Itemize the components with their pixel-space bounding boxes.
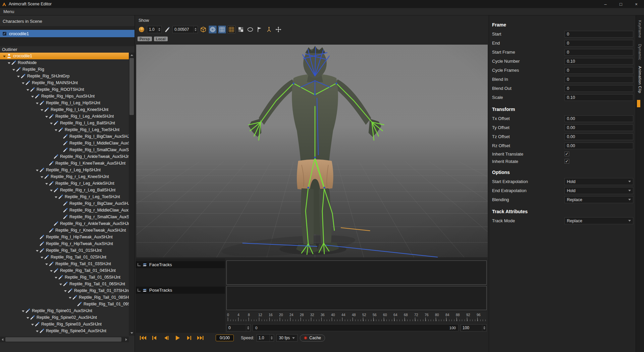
tree-row[interactable]: Reptile_Rig_Tail_01_03SHJnt: [0, 260, 129, 267]
property-input[interactable]: 0: [565, 31, 633, 38]
tree-row[interactable]: Reptile_Rig_r_Leg_AnkleSHJnt: [0, 180, 129, 187]
brush-icon[interactable]: [163, 25, 171, 34]
jump-to-end-button[interactable]: [196, 335, 205, 342]
flag-icon[interactable]: [256, 25, 264, 34]
tree-row[interactable]: Reptile_Rig_Spine02_AuxSHJnt: [0, 314, 129, 321]
range-start-spinner[interactable]: 0: [226, 324, 251, 332]
expand-arrow-icon[interactable]: [40, 109, 44, 111]
close-button[interactable]: ×: [629, 0, 644, 8]
tree-row[interactable]: Reptile_Rig_Tail_01_08SHJnt: [0, 294, 129, 301]
tree-row[interactable]: Reptile_Rig_r_Leg_BallSHJnt: [0, 187, 129, 193]
expand-arrow-icon[interactable]: [63, 290, 67, 292]
track-expander-icon[interactable]: [137, 263, 141, 267]
tree-row[interactable]: Reptile_Rig_l_BigClaw_AuxSHJnt: [0, 133, 129, 140]
tree-row[interactable]: Reptile_Rig_l_MiddleClaw_AuxSHJnt: [0, 140, 129, 146]
minimize-button[interactable]: –: [598, 0, 613, 8]
property-input[interactable]: 0.00: [565, 124, 633, 131]
tree-row[interactable]: crocodile1: [0, 53, 129, 59]
tree-row[interactable]: Reptile_Rig_ROOTSHJnt: [0, 86, 129, 93]
side-tab[interactable]: Keyframe: [638, 20, 642, 38]
expand-arrow-icon[interactable]: [7, 62, 11, 64]
expand-arrow-icon[interactable]: [49, 189, 53, 191]
size-spinner[interactable]: 0.00507: [172, 26, 198, 33]
expand-arrow-icon[interactable]: [44, 182, 49, 185]
shaded-sphere-icon[interactable]: [138, 25, 146, 34]
character-checkbox[interactable]: ✓: [2, 32, 7, 36]
property-input[interactable]: 0.00: [565, 115, 633, 122]
tree-row[interactable]: Reptile_Rig_Tail_01_09SHJnt: [0, 301, 129, 307]
tree-row[interactable]: Reptile_Rig_r_AnkleTweak_AuxSHJnt: [0, 220, 129, 227]
tree-row[interactable]: Reptile_Rig_l_Leg_KneeSHJnt: [0, 106, 129, 113]
speed-spinner[interactable]: 1.0: [257, 334, 274, 342]
expand-arrow-icon[interactable]: [11, 68, 16, 71]
tree-row[interactable]: Reptile_Rig_l_Leg_BallSHJnt: [0, 120, 129, 126]
tree-row[interactable]: Reptile_Rig_Spine05_AuxSHJnt: [0, 334, 129, 336]
tree-row[interactable]: RootNode: [0, 59, 129, 66]
expand-arrow-icon[interactable]: [35, 249, 39, 252]
tree-row[interactable]: Reptile_Rig_r_MiddleClaw_AuxSHJnt: [0, 207, 129, 214]
property-input[interactable]: 0: [565, 40, 633, 47]
track-expander-icon[interactable]: [137, 289, 141, 292]
property-dropdown[interactable]: Hold: [565, 178, 633, 185]
expand-arrow-icon[interactable]: [58, 283, 63, 285]
expand-arrow-icon[interactable]: [49, 122, 53, 124]
property-input[interactable]: 0: [565, 85, 633, 92]
spin-down-icon[interactable]: [195, 30, 197, 31]
side-tab[interactable]: Dynamic: [638, 44, 642, 60]
tree-row[interactable]: Reptile_Rig_r_Leg_ToeSHJnt: [0, 193, 129, 200]
property-input[interactable]: 0.10: [565, 58, 633, 65]
opacity-spinner[interactable]: 1.0: [147, 26, 162, 33]
property-input[interactable]: 0.10: [565, 94, 633, 101]
expand-arrow-icon[interactable]: [54, 196, 58, 198]
pose-tracks-lane[interactable]: [226, 286, 487, 310]
expand-arrow-icon[interactable]: [35, 169, 39, 171]
expand-arrow-icon[interactable]: [40, 256, 44, 258]
texture-checker-icon[interactable]: [237, 25, 245, 34]
property-dropdown[interactable]: Replace: [565, 196, 633, 203]
expand-arrow-icon[interactable]: [35, 330, 39, 332]
circle-icon[interactable]: [246, 25, 254, 34]
expand-arrow-icon[interactable]: [25, 316, 30, 319]
tree-row[interactable]: Reptile_Rig_r_Leg_HipSHJnt: [0, 167, 129, 173]
tree-row[interactable]: Reptile_Rig_Tail_01_07SHJnt: [0, 287, 129, 294]
tree-row[interactable]: Reptile_Rig_l_SmallClaw_AuxSHJnt: [0, 146, 129, 153]
expand-arrow-icon[interactable]: [21, 82, 25, 84]
expand-arrow-icon[interactable]: [16, 75, 20, 77]
timeline-ruler[interactable]: 0481216202428323640444852566064687276808…: [226, 312, 487, 321]
move-tool-icon[interactable]: [274, 25, 282, 34]
play-button[interactable]: [173, 335, 182, 342]
tree-row[interactable]: Reptile_Rig_r_SmallClaw_AuxSHJnt: [0, 214, 129, 220]
tree-row[interactable]: Reptile_Rig_SHJntGrp: [0, 73, 129, 79]
expand-arrow-icon[interactable]: [44, 263, 49, 265]
menu-button[interactable]: Menu: [0, 8, 18, 15]
viewport-3d-canvas[interactable]: [136, 44, 488, 258]
tree-row[interactable]: Reptile_Rig_l_KneeTweak_AuxSHJnt: [0, 160, 129, 167]
tree-row[interactable]: Reptile_Rig_r_BigClaw_AuxSHJnt: [0, 200, 129, 207]
tree-row[interactable]: Reptile_Rig_l_HipTweak_AuxSHJnt: [0, 234, 129, 240]
face-tracks-header[interactable]: FaceTracks: [136, 261, 225, 268]
tree-row[interactable]: Reptile_Rig_Hips_AuxSHJnt: [0, 93, 129, 100]
maximize-button[interactable]: □: [613, 0, 629, 8]
tree-row[interactable]: Reptile_Rig: [0, 66, 129, 73]
tree-row[interactable]: Reptile_Rig_Spine01_AuxSHJnt: [0, 307, 129, 314]
horizontal-scrollbar-thumb[interactable]: [5, 337, 121, 342]
tree-row[interactable]: Reptile_Rig_l_Leg_AnkleSHJnt: [0, 113, 129, 120]
spin-up-icon[interactable]: [195, 28, 197, 29]
vertical-scrollbar-thumb[interactable]: [129, 58, 134, 115]
character-list-item[interactable]: ✓ crocodile1: [0, 30, 135, 37]
range-end-spinner[interactable]: 100: [461, 324, 487, 332]
local-badge[interactable]: Local: [154, 37, 168, 41]
cube-icon[interactable]: [199, 25, 207, 34]
tree-row[interactable]: Reptile_Rig_Spine03_AuxSHJnt: [0, 321, 129, 328]
scroll-up-icon[interactable]: [129, 53, 135, 58]
property-checkbox[interactable]: ✓: [565, 159, 569, 164]
property-checkbox[interactable]: ✓: [565, 152, 569, 156]
tree-row[interactable]: Reptile_Rig_l_AnkleTweak_AuxSHJnt: [0, 153, 129, 160]
frame-range-slider[interactable]: 0 100: [253, 324, 459, 331]
property-input[interactable]: 0: [565, 67, 633, 74]
tree-row[interactable]: Reptile_Rig_r_Leg_KneeSHJnt: [0, 173, 129, 180]
expand-arrow-icon[interactable]: [2, 55, 6, 57]
expand-arrow-icon[interactable]: [30, 95, 35, 98]
play-backward-button[interactable]: [161, 335, 170, 342]
expand-arrow-icon[interactable]: [35, 102, 39, 104]
